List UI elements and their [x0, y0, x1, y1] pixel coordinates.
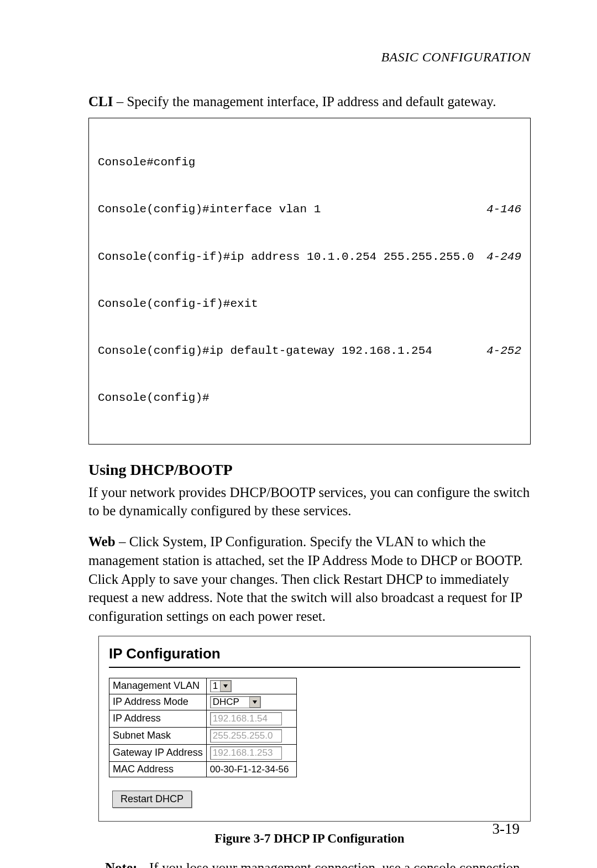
svg-marker-0 — [223, 684, 228, 688]
subnet-input[interactable]: 255.255.255.0 — [210, 729, 282, 742]
mgmt-vlan-label: Management VLAN — [109, 678, 207, 694]
ip-config-panel: IP Configuration Management VLAN 1 IP Ad… — [98, 636, 531, 822]
table-row: Subnet Mask 255.255.255.0 — [109, 727, 297, 744]
ip-config-table: Management VLAN 1 IP Address Mode DHCP — [109, 678, 297, 777]
cli-line: Console(config)# — [98, 390, 521, 406]
running-head: BASIC CONFIGURATION — [88, 50, 531, 65]
svg-marker-1 — [253, 700, 257, 704]
cli-cmd: Console(config-if)#ip address 10.1.0.254… — [98, 249, 474, 265]
mgmt-vlan-value: 1 — [213, 681, 218, 692]
cli-cmd: Console(config-if)#exit — [98, 296, 258, 312]
cli-line: Console(config)#ip default-gateway 192.1… — [98, 343, 521, 359]
web-bold: Web — [88, 534, 116, 549]
cli-cmd: Console(config)#interface vlan 1 — [98, 202, 321, 217]
figure-caption: Figure 3-7 DHCP IP Configuration — [88, 832, 531, 846]
chevron-down-icon — [220, 681, 231, 692]
gateway-label: Gateway IP Address — [109, 744, 207, 761]
note-body: If you lose your management connection, … — [149, 858, 531, 868]
note: Note: If you lose your management connec… — [105, 858, 531, 868]
cli-intro-bold: CLI — [88, 94, 113, 109]
cli-line: Console#config — [98, 155, 521, 170]
table-row: IP Address 192.168.1.54 — [109, 710, 297, 727]
table-row: Gateway IP Address 192.168.1.253 — [109, 744, 297, 761]
cli-cmd: Console(config)# — [98, 390, 210, 406]
ip-addr-label: IP Address — [109, 710, 207, 727]
table-row: Management VLAN 1 — [109, 678, 297, 694]
cli-ref: 4-252 — [486, 343, 521, 359]
page-number: 3-19 — [493, 820, 520, 838]
table-row: IP Address Mode DHCP — [109, 694, 297, 710]
mac-label: MAC Address — [109, 761, 207, 777]
ip-mode-value: DHCP — [213, 697, 239, 708]
gateway-input[interactable]: 192.168.1.253 — [210, 746, 282, 760]
mgmt-vlan-select[interactable]: 1 — [210, 680, 232, 692]
dhcp-para1: If your network provides DHCP/BOOTP serv… — [88, 483, 531, 521]
web-para: Web – Click System, IP Configuration. Sp… — [88, 532, 531, 626]
ip-mode-label: IP Address Mode — [109, 694, 207, 710]
cli-ref: 4-249 — [486, 249, 521, 265]
restart-dhcp-button[interactable]: Restart DHCP — [112, 791, 192, 808]
subnet-label: Subnet Mask — [109, 727, 207, 744]
ip-addr-input[interactable]: 192.168.1.54 — [210, 712, 282, 725]
cli-line: Console(config-if)#ip address 10.1.0.254… — [98, 249, 521, 265]
ip-mode-select[interactable]: DHCP — [210, 696, 261, 708]
cli-box: Console#config Console(config)#interface… — [88, 118, 531, 445]
cli-line: Console(config-if)#exit — [98, 296, 521, 312]
mac-value: 00-30-F1-12-34-56 — [210, 764, 289, 775]
cli-line: Console(config)#interface vlan 14-146 — [98, 202, 521, 217]
cli-ref: 4-146 — [486, 202, 521, 217]
cli-intro: CLI – Specify the management interface, … — [88, 92, 531, 111]
cli-cmd: Console#config — [98, 155, 195, 170]
cli-intro-rest: – Specify the management interface, IP a… — [113, 94, 496, 109]
note-label: Note: — [105, 858, 149, 868]
section-heading: Using DHCP/BOOTP — [88, 461, 531, 479]
web-rest: – Click System, IP Configuration. Specif… — [88, 534, 523, 624]
cli-cmd: Console(config)#ip default-gateway 192.1… — [98, 343, 432, 359]
panel-title: IP Configuration — [109, 645, 520, 662]
table-row: MAC Address 00-30-F1-12-34-56 — [109, 761, 297, 777]
chevron-down-icon — [249, 697, 260, 708]
panel-rule — [109, 667, 520, 668]
